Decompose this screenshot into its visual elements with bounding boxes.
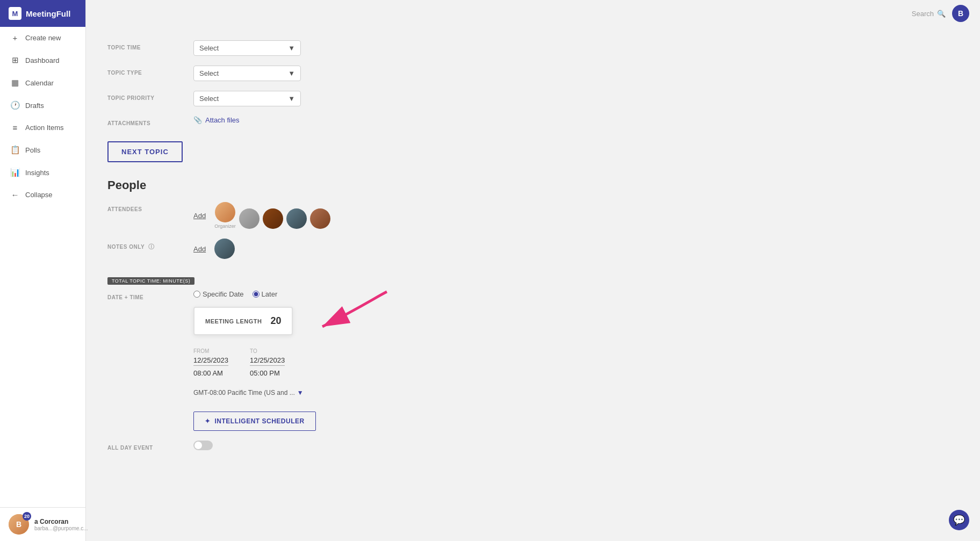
specific-date-label: Specific Date — [203, 290, 244, 298]
attach-files-button[interactable]: 📎 Attach files — [193, 116, 301, 124]
notification-badge: 20 — [23, 512, 31, 521]
topic-priority-row: TOPIC PRIORITY Select ▼ — [107, 91, 959, 106]
topic-priority-label: TOPIC PRIORITY — [107, 91, 183, 101]
attendee-avatar-5 — [310, 208, 330, 229]
to-date-value[interactable]: 12/25/2023 — [250, 356, 285, 366]
sidebar-item-polls[interactable]: 📋 Polls — [0, 139, 85, 161]
info-icon: ⓘ — [148, 243, 155, 250]
to-date-col: TO 12/25/2023 05:00 PM — [250, 348, 285, 377]
specific-date-radio-label[interactable]: Specific Date — [193, 290, 244, 298]
polls-icon: 📋 — [10, 145, 20, 155]
sidebar-item-insights[interactable]: 📊 Insights — [0, 161, 85, 184]
specific-date-radio[interactable] — [193, 291, 200, 298]
plus-icon: + — [10, 33, 20, 42]
attendees-add-link[interactable]: Add — [193, 212, 206, 220]
attendees-row: ATTENDEES Add Organizer — [107, 202, 959, 229]
paperclip-icon: 📎 — [193, 116, 202, 124]
dashboard-icon: ⊞ — [10, 55, 20, 65]
topic-time-control: Select ▼ — [193, 40, 301, 56]
next-topic-button[interactable]: NEXT TOPIC — [107, 141, 183, 162]
date-type-radio-group: Specific Date Later — [193, 290, 316, 298]
date-range-row: FROM 12/25/2023 08:00 AM TO 12/25/2023 0… — [193, 348, 316, 377]
all-day-event-label: ALL DAY EVENT — [107, 441, 183, 451]
topic-type-label: TOPIC TYPE — [107, 66, 183, 76]
sidebar-item-collapse[interactable]: ← Collapse — [0, 184, 85, 206]
notes-avatar-1 — [214, 239, 235, 259]
notes-only-list — [214, 239, 235, 259]
sidebar-item-action-items[interactable]: ≡ Action Items — [0, 117, 85, 139]
user-info: a Corcoran barba...@purpome.c... — [34, 518, 88, 531]
date-time-row: DATE + TIME Specific Date Later — [107, 290, 959, 431]
topic-time-label: TOPIC TIME — [107, 40, 183, 51]
user-email: barba...@purpome.c... — [34, 525, 88, 531]
attendee-avatar-3 — [263, 208, 283, 229]
sidebar-item-label: Action Items — [25, 124, 64, 132]
sidebar-item-dashboard[interactable]: ⊞ Dashboard — [0, 49, 85, 71]
attachments-row: ATTACHMENTS 📎 Attach files — [107, 116, 959, 126]
sidebar-item-calendar[interactable]: ▦ Calendar — [0, 71, 85, 94]
collapse-icon: ← — [10, 190, 20, 199]
intelligent-scheduler-button[interactable]: ✦ INTELLIGENT SCHEDULER — [193, 412, 316, 431]
chevron-down-icon: ▼ — [288, 69, 295, 77]
from-date-value[interactable]: 12/25/2023 — [193, 356, 228, 366]
sidebar-item-create-new[interactable]: + Create new — [0, 27, 85, 49]
search-bar[interactable]: Search 🔍 — [912, 10, 946, 18]
later-radio-label[interactable]: Later — [253, 290, 278, 298]
chat-icon: 💬 — [953, 514, 965, 526]
notes-only-row: NOTES ONLY ⓘ Add — [107, 239, 959, 259]
sidebar-item-label: Collapse — [25, 191, 53, 199]
attach-files-label: Attach files — [205, 116, 240, 124]
timezone-value: GMT-08:00 Pacific Time (US and ... — [193, 389, 295, 396]
sidebar-item-drafts[interactable]: 🕐 Drafts — [0, 94, 85, 117]
sidebar: M MeetingFull + Create new ⊞ Dashboard ▦… — [0, 0, 86, 541]
chat-bubble-button[interactable]: 💬 — [949, 510, 969, 530]
organizer-label: Organizer — [214, 223, 236, 229]
user-profile: B 20 a Corcoran barba...@purpome.c... — [0, 507, 85, 541]
meeting-length-value[interactable]: 20 — [270, 315, 281, 327]
date-time-control: Specific Date Later MEETING LENGTH 20 — [193, 290, 316, 431]
form-container: TOPIC TIME Select ▼ TOPIC TYPE Select ▼ … — [107, 11, 959, 451]
drafts-icon: 🕐 — [10, 100, 20, 110]
attendees-control: Add Organizer — [193, 202, 330, 229]
attendees-label: ATTENDEES — [107, 202, 183, 212]
topic-type-row: TOPIC TYPE Select ▼ — [107, 66, 959, 81]
topic-type-select[interactable]: Select ▼ — [193, 66, 301, 81]
main-content: TOPIC TIME Select ▼ TOPIC TYPE Select ▼ … — [86, 0, 980, 541]
attendee-avatar-1 — [215, 202, 235, 222]
meeting-length-container: MEETING LENGTH 20 — [193, 302, 316, 340]
calendar-icon: ▦ — [10, 78, 20, 88]
sidebar-item-label: Polls — [25, 146, 40, 154]
sparkle-icon: ✦ — [205, 417, 211, 425]
people-section-title: People — [107, 178, 959, 192]
to-time-value[interactable]: 05:00 PM — [250, 369, 285, 377]
user-name: a Corcoran — [34, 518, 88, 525]
sidebar-item-label: Insights — [25, 169, 49, 177]
topic-priority-select[interactable]: Select ▼ — [193, 91, 301, 106]
from-time-value[interactable]: 08:00 AM — [193, 369, 228, 377]
logo-icon: M — [9, 7, 21, 20]
all-day-event-row: ALL DAY EVENT — [107, 441, 959, 451]
later-radio[interactable] — [253, 291, 260, 298]
topic-priority-control: Select ▼ — [193, 91, 301, 106]
total-topic-badge: TOTAL TOPIC TIME: MINUTE(S) — [107, 277, 194, 285]
header: Search 🔍 B — [86, 0, 980, 27]
all-day-event-toggle[interactable] — [193, 441, 213, 450]
search-text: Search — [912, 10, 934, 18]
date-time-section: TOTAL TOPIC TIME: MINUTE(S) DATE + TIME … — [107, 275, 959, 451]
app-name: MeetingFull — [26, 9, 70, 18]
attendees-list: Organizer — [214, 202, 330, 229]
insights-icon: 📊 — [10, 168, 20, 177]
app-logo: M MeetingFull — [0, 0, 85, 27]
notes-only-add-link[interactable]: Add — [193, 245, 206, 253]
intelligent-scheduler-label: INTELLIGENT SCHEDULER — [215, 417, 305, 425]
from-date-col: FROM 12/25/2023 08:00 AM — [193, 348, 228, 377]
sidebar-item-label: Create new — [25, 34, 61, 42]
sidebar-item-label: Dashboard — [25, 56, 60, 64]
topic-type-value: Select — [199, 69, 219, 77]
search-icon: 🔍 — [937, 10, 946, 18]
later-label: Later — [262, 290, 278, 298]
to-label: TO — [250, 348, 285, 354]
chevron-down-icon[interactable]: ▼ — [297, 389, 304, 396]
topic-time-select[interactable]: Select ▼ — [193, 40, 301, 56]
people-section: People ATTENDEES Add Organizer — [107, 178, 959, 259]
